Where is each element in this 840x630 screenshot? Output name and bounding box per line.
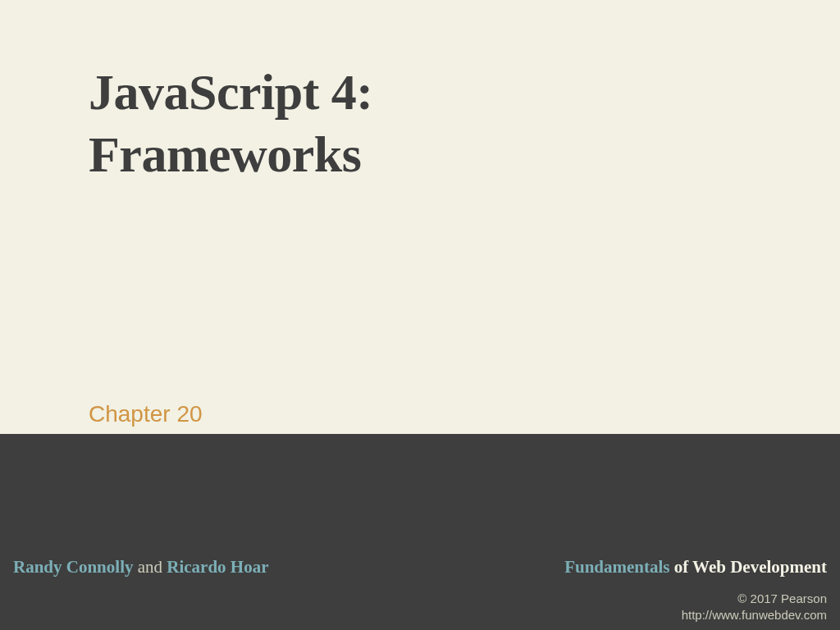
slide-upper-section: JavaScript 4: Frameworks Chapter 20: [0, 0, 840, 434]
chapter-label: Chapter 20: [89, 401, 203, 427]
book-title-rest: of Web Development: [669, 557, 827, 577]
author-second: Ricardo Hoar: [167, 557, 268, 577]
book-title-first-word: Fundamentals: [564, 557, 669, 577]
title-line-2: Frameworks: [89, 126, 361, 182]
slide-title: JavaScript 4: Frameworks: [89, 62, 840, 185]
book-title: Fundamentals of Web Development: [564, 557, 827, 578]
title-line-1: JavaScript 4:: [89, 64, 373, 120]
author-first: Randy Connolly: [13, 557, 133, 577]
authors-line: Randy Connolly and Ricardo Hoar: [13, 557, 269, 578]
author-connector: and: [133, 557, 167, 577]
copyright-line-1: © 2017 Pearson: [682, 591, 827, 607]
copyright-line-2: http://www.funwebdev.com: [682, 607, 827, 623]
copyright-block: © 2017 Pearson http://www.funwebdev.com: [682, 591, 827, 624]
slide-lower-section: Randy Connolly and Ricardo Hoar Fundamen…: [0, 434, 840, 630]
